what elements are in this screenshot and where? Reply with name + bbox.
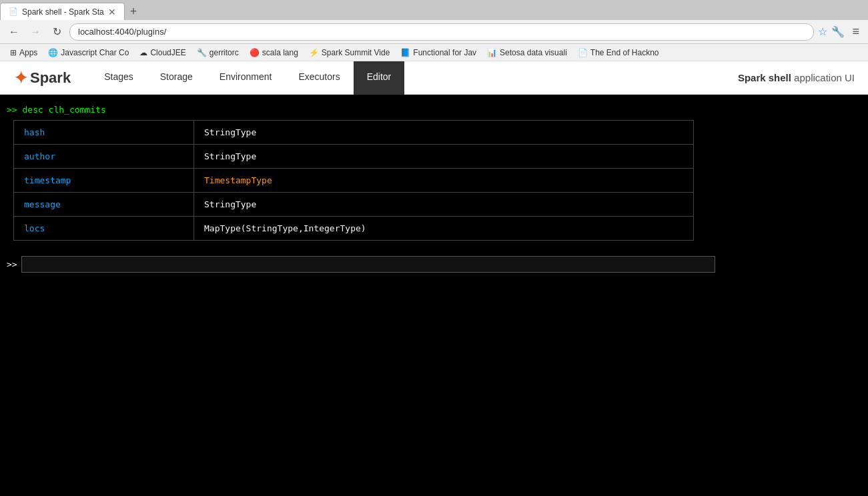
bookmark-functional[interactable]: 📘 Functional for Jav <box>396 47 481 59</box>
bookmark-spark-summit[interactable]: ⚡ Spark Summit Vide <box>304 47 395 59</box>
javascript-favicon-icon: 🌐 <box>48 48 58 57</box>
shell-input[interactable] <box>21 256 715 273</box>
tab-storage[interactable]: Storage <box>147 61 206 95</box>
bookmark-javascript[interactable]: 🌐 Javascript Char Co <box>43 47 133 59</box>
tab-stages[interactable]: Stages <box>91 61 147 95</box>
bookmark-star-icon[interactable]: ☆ <box>818 25 827 38</box>
bookmark-scala[interactable]: 🔴 scala lang <box>245 47 303 59</box>
bookmarks-bar: ⊞ Apps 🌐 Javascript Char Co ☁ CloudJEE 🔧… <box>0 44 868 61</box>
app-title: Spark shell application UI <box>738 72 855 83</box>
gerritorc-favicon-icon: 🔧 <box>197 48 207 57</box>
command-output: >> desc clh_commits <box>0 101 868 120</box>
bookmark-javascript-label: Javascript Char Co <box>61 48 129 57</box>
schema-table: hashStringTypeauthorStringTypetimestampT… <box>13 120 694 241</box>
apps-icon: ⊞ <box>10 48 17 57</box>
spark-summit-favicon-icon: ⚡ <box>309 48 319 57</box>
tab-close-icon[interactable]: ✕ <box>108 7 116 17</box>
hackno-favicon-icon: 📄 <box>578 48 588 57</box>
app-header: ✦ Spark Stages Storage Environment Execu… <box>0 61 868 95</box>
bookmark-hackno-label: The End of Hackno <box>590 48 659 57</box>
table-row: timestampTimestampType <box>14 169 694 193</box>
browser-menu-icon[interactable]: ≡ <box>849 23 863 40</box>
bookmark-cloudjee-label: CloudJEE <box>150 48 185 57</box>
field-type-cell: StringType <box>194 121 694 145</box>
back-button[interactable]: ← <box>5 23 23 41</box>
tab-favicon-icon: 📄 <box>9 7 18 16</box>
app-title-suffix: application UI <box>794 72 855 83</box>
field-type-cell: TimestampType <box>194 169 694 193</box>
active-tab[interactable]: 📄 Spark shell - Spark Sta ✕ <box>0 3 125 20</box>
field-name-cell: author <box>14 145 194 169</box>
nav-tabs: Stages Storage Environment Executors Edi… <box>91 61 404 95</box>
extension-icon[interactable]: 🔧 <box>831 25 845 38</box>
functional-favicon-icon: 📘 <box>400 48 410 57</box>
bookmark-setosa-label: Setosa data visuali <box>500 48 567 57</box>
bookmark-spark-summit-label: Spark Summit Vide <box>322 48 390 57</box>
setosa-favicon-icon: 📊 <box>487 48 497 57</box>
bookmark-setosa[interactable]: 📊 Setosa data visuali <box>482 47 572 59</box>
tab-title: Spark shell - Spark Sta <box>22 7 104 17</box>
reload-button[interactable]: ↻ <box>48 23 65 41</box>
input-line: >> <box>0 251 868 278</box>
field-type-cell: StringType <box>194 145 694 169</box>
url-input[interactable] <box>69 23 814 41</box>
table-row: locsMapType(StringType,IntegerType) <box>14 217 694 241</box>
table-row: messageStringType <box>14 193 694 217</box>
field-name-cell: timestamp <box>14 169 194 193</box>
tab-executors[interactable]: Executors <box>285 61 353 95</box>
tab-bar: 📄 Spark shell - Spark Sta ✕ + <box>0 0 868 20</box>
bookmark-gerritorc[interactable]: 🔧 gerritorc <box>192 47 244 59</box>
tab-environment[interactable]: Environment <box>206 61 286 95</box>
bookmark-hackno[interactable]: 📄 The End of Hackno <box>573 47 664 59</box>
field-name-cell: message <box>14 193 194 217</box>
bookmark-gerritorc-label: gerritorc <box>209 48 239 57</box>
scala-favicon-icon: 🔴 <box>250 48 260 57</box>
field-type-cell: MapType(StringType,IntegerType) <box>194 217 694 241</box>
address-bar: ← → ↻ ☆ 🔧 ≡ <box>0 20 868 44</box>
app-name: Spark shell <box>738 72 791 83</box>
shell-prompt: >> <box>7 259 17 269</box>
spark-logo: ✦ Spark <box>13 67 71 89</box>
bookmark-apps-label: Apps <box>19 48 37 57</box>
field-name-cell: hash <box>14 121 194 145</box>
tab-editor[interactable]: Editor <box>354 61 405 95</box>
bookmark-apps[interactable]: ⊞ Apps <box>5 47 42 59</box>
forward-button[interactable]: → <box>27 23 44 41</box>
new-tab-button[interactable]: + <box>125 2 143 21</box>
field-name-cell: locs <box>14 217 194 241</box>
bookmark-functional-label: Functional for Jav <box>413 48 476 57</box>
bookmark-cloudjee[interactable]: ☁ CloudJEE <box>135 47 190 59</box>
table-row: authorStringType <box>14 145 694 169</box>
cloudjee-favicon-icon: ☁ <box>139 48 147 57</box>
spark-star-icon: ✦ <box>13 67 29 89</box>
main-content: >> desc clh_commits hashStringTypeauthor… <box>0 95 868 481</box>
bookmark-scala-label: scala lang <box>262 48 298 57</box>
spark-logo-text: Spark <box>30 69 71 87</box>
table-row: hashStringType <box>14 121 694 145</box>
field-type-cell: StringType <box>194 193 694 217</box>
